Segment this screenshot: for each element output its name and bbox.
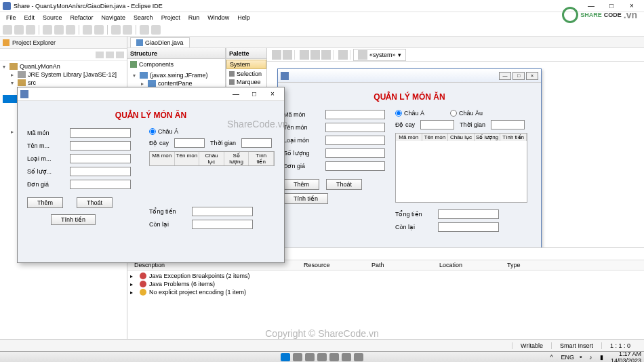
preview-min-button[interactable]: — — [499, 72, 511, 80]
dialog-window[interactable]: — □ × QUẢN LÝ MÓN ĂN Mã món Tên m... Loạ… — [17, 87, 285, 263]
col-path[interactable]: Path — [367, 262, 435, 268]
radio-chauau[interactable]: Châu Âu — [450, 110, 483, 117]
open-type-icon[interactable] — [111, 25, 121, 35]
input-loaimon[interactable] — [325, 136, 385, 145]
dradio-chaua[interactable]: Châu Á — [149, 128, 178, 135]
run-icon[interactable] — [54, 25, 64, 35]
problem-item-breakpoints[interactable]: ▸Java Exception Breakpoints (2 items) — [130, 272, 641, 280]
app2-taskbar-icon[interactable] — [354, 353, 363, 361]
copy-icon[interactable] — [310, 50, 320, 60]
link-editor-icon[interactable] — [106, 52, 114, 58]
preview-titlebar[interactable]: — □ × — [278, 69, 541, 83]
col-resource[interactable]: Resource — [300, 262, 367, 268]
menu-project[interactable]: Project — [158, 14, 184, 22]
palette-selection[interactable]: Selection — [226, 70, 266, 78]
dinput-tongtien[interactable] — [192, 207, 253, 216]
input-thoigian[interactable] — [491, 120, 525, 129]
col-type[interactable]: Type — [503, 262, 571, 268]
problem-item-problems[interactable]: ▸Java Problems (6 items) — [130, 280, 641, 288]
col-location[interactable]: Location — [435, 262, 503, 268]
app1-taskbar-icon[interactable] — [329, 353, 339, 361]
preview-jframe[interactable]: — □ × QUẢN LÝ MÓN ĂN Mã món Tên món Loại… — [277, 68, 542, 265]
tray-time[interactable]: 1:17 AM — [611, 350, 641, 357]
debug-icon[interactable] — [43, 25, 52, 35]
new-icon[interactable] — [3, 25, 12, 35]
explorer-taskbar-icon[interactable] — [305, 353, 315, 361]
menu-window[interactable]: Window — [204, 14, 233, 22]
align2-icon[interactable] — [283, 50, 292, 60]
input-soluong[interactable] — [325, 148, 385, 158]
search-icon[interactable] — [123, 25, 132, 35]
dbutton-tinhtien[interactable]: Tính tiền — [51, 214, 96, 225]
input-docay[interactable] — [420, 120, 454, 129]
button-them[interactable]: Thêm — [283, 179, 319, 190]
dialog-min-button[interactable]: — — [227, 89, 245, 100]
preview-max-button[interactable]: □ — [512, 72, 525, 80]
radio-chaua[interactable]: Châu Á — [395, 110, 424, 117]
cut-icon[interactable] — [300, 50, 309, 60]
dinput-loaimon[interactable] — [70, 154, 131, 163]
dinput-thoigian[interactable] — [241, 138, 272, 148]
input-dongia[interactable] — [325, 161, 385, 171]
input-tongtien[interactable] — [438, 209, 499, 219]
dinput-soluong[interactable] — [70, 167, 131, 176]
menu-navigate[interactable]: Navigate — [98, 14, 129, 22]
input-mamon[interactable] — [325, 110, 385, 119]
laf-dropdown[interactable]: «system»▾ — [353, 49, 406, 61]
coverage-icon[interactable] — [66, 25, 75, 35]
button-tinhtien[interactable]: Tính tiền — [283, 193, 328, 204]
dinput-conlai[interactable] — [192, 220, 253, 229]
palette-marquee[interactable]: Marquee — [226, 78, 266, 86]
dinput-docay[interactable] — [174, 138, 205, 148]
tray-wifi-icon[interactable]: ⚬ — [578, 354, 585, 361]
collapse-all-icon[interactable] — [96, 52, 104, 58]
align-icon[interactable] — [272, 50, 281, 60]
button-thoat[interactable]: Thoát — [326, 179, 362, 190]
view-menu-icon[interactable] — [116, 52, 124, 58]
problem-item-encoding[interactable]: ▸No explicit project encoding (1 item) — [130, 288, 641, 296]
windows-taskbar[interactable]: ^ ENG ⚬ ♪ ▮ 1:17 AM 14/03/2023 — [0, 351, 644, 362]
eclipse-taskbar-icon[interactable] — [342, 353, 351, 361]
edge-taskbar-icon[interactable] — [317, 353, 327, 361]
forward-icon[interactable] — [151, 25, 161, 35]
menu-search[interactable]: Search — [130, 14, 157, 22]
tray-date[interactable]: 14/03/2023 — [611, 357, 641, 363]
dinput-mamon[interactable] — [70, 128, 131, 138]
save-all-icon[interactable] — [26, 25, 35, 35]
tray-battery-icon[interactable]: ▮ — [600, 354, 607, 361]
dinput-dongia[interactable] — [70, 180, 131, 189]
ddata-table[interactable]: Mã món Tên món Châu lục Số lượng Tính ti… — [149, 151, 275, 166]
back-icon[interactable] — [140, 25, 149, 35]
new-package-icon[interactable] — [83, 25, 92, 35]
menu-refactor[interactable]: Refactor — [67, 14, 97, 22]
tray-language[interactable]: ENG — [561, 354, 574, 361]
tray-volume-icon[interactable]: ♪ — [589, 354, 596, 361]
menu-help[interactable]: Help — [234, 14, 254, 22]
data-table[interactable]: Mã món Tên món Châu lục Số lượng Tính ti… — [395, 133, 527, 203]
tree-jre[interactable]: ▸JRE System Library [JavaSE-12] — [3, 71, 124, 79]
dialog-titlebar[interactable]: — □ × — [18, 87, 284, 101]
editor-tab-giaodien[interactable]: GiaoDien.java — [130, 37, 190, 47]
menu-edit[interactable]: Edit — [21, 14, 39, 22]
menu-run[interactable]: Run — [185, 14, 203, 22]
dialog-close-button[interactable]: × — [264, 89, 281, 100]
tree-project-root[interactable]: ▾QuanLyMonAn — [3, 62, 124, 71]
structure-jframe[interactable]: ▾(javax.swing.JFrame) — [133, 71, 222, 79]
dinput-tenmon[interactable] — [70, 141, 131, 150]
save-icon[interactable] — [14, 25, 24, 35]
preview-close-button[interactable]: × — [526, 72, 538, 80]
start-icon[interactable] — [281, 353, 290, 361]
dbutton-thoat[interactable]: Thoát — [77, 197, 113, 208]
search-taskbar-icon[interactable] — [293, 353, 302, 361]
new-class-icon[interactable] — [94, 25, 104, 35]
preview-icon[interactable] — [338, 50, 348, 60]
menu-file[interactable]: File — [3, 14, 20, 22]
paste-icon[interactable] — [321, 50, 331, 60]
palette-system-group[interactable]: System — [226, 60, 266, 69]
menu-source[interactable]: Source — [39, 14, 66, 22]
dialog-max-button[interactable]: □ — [245, 89, 263, 100]
tree-src[interactable]: ▾src — [3, 79, 124, 87]
input-conlai[interactable] — [438, 222, 499, 232]
dbutton-them[interactable]: Thêm — [27, 197, 63, 208]
input-tenmon[interactable] — [325, 123, 385, 132]
